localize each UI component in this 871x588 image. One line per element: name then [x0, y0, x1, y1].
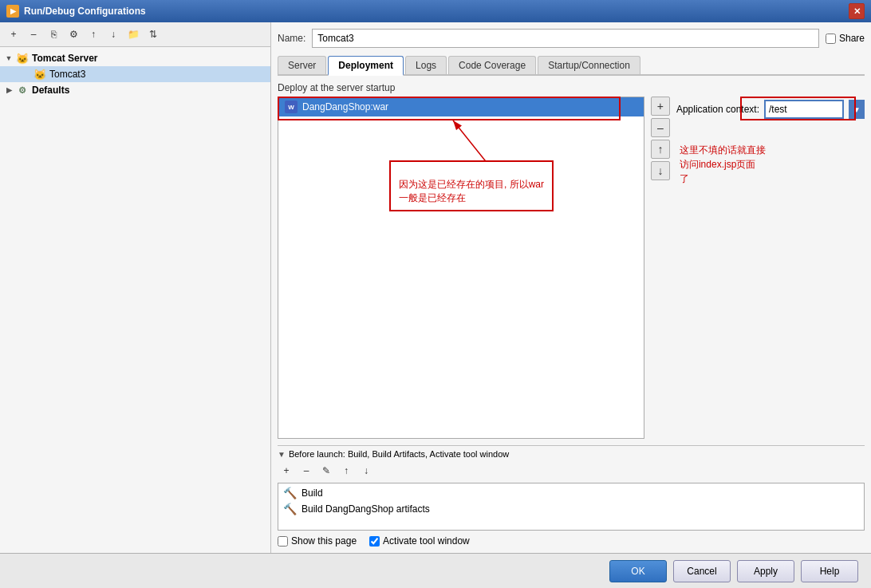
name-row: Name: Share	[278, 29, 865, 48]
build-icon: 🔨	[283, 487, 297, 499]
title-bar: ▶ Run/Debug Configurations ✕	[0, 0, 871, 22]
sort-button[interactable]: ⇅	[144, 26, 162, 43]
help-button[interactable]: Help	[801, 560, 858, 582]
tree-item-tomcat3[interactable]: 🐱 Tomcat3	[0, 66, 270, 82]
tab-server[interactable]: Server	[278, 56, 326, 74]
before-launch-up[interactable]: ↑	[337, 462, 355, 479]
before-launch-remove[interactable]: –	[298, 462, 315, 479]
activate-tool-row: Activate tool window	[369, 535, 470, 547]
expand-icon: ▼	[5, 54, 13, 62]
tabs-bar: Server Deployment Logs Code Coverage Sta…	[278, 54, 865, 76]
before-launch-item-artifacts: 🔨 Build DangDangShop artifacts	[280, 501, 862, 517]
share-checkbox[interactable]	[826, 34, 836, 44]
deploy-up-button[interactable]: ↑	[651, 140, 670, 159]
footer: OK Cancel Apply Help	[0, 553, 871, 588]
app-context-input[interactable]	[764, 100, 844, 119]
before-launch-list: 🔨 Build 🔨 Build DangDangShop artifacts	[278, 483, 865, 531]
before-launch-section: ▼ Before launch: Build, Build Artifacts,…	[278, 445, 865, 531]
cancel-button[interactable]: Cancel	[673, 560, 731, 582]
right-annotation-content: 这里不填的话就直接 访问index.jsp页面 了	[680, 144, 766, 184]
tab-code-coverage[interactable]: Code Coverage	[448, 56, 536, 74]
tab-logs[interactable]: Logs	[405, 56, 447, 74]
name-input[interactable]	[312, 29, 819, 48]
app-context-row: Application context: ▼	[676, 100, 865, 119]
settings-button[interactable]: ⚙	[65, 26, 82, 43]
before-launch-edit[interactable]: ✎	[317, 462, 335, 479]
right-panel: Name: Share Server Deployment Logs Code …	[271, 22, 871, 553]
deploy-add-button[interactable]: +	[651, 97, 670, 116]
ok-button[interactable]: OK	[609, 560, 667, 582]
deploy-section: Deploy at the server startup W DangDangS…	[278, 82, 865, 547]
remove-config-button[interactable]: –	[25, 26, 42, 43]
show-page-row: Show this page	[278, 535, 357, 547]
deploy-item-label: DangDangShop:war	[302, 101, 388, 112]
before-launch-artifacts-label: Build DangDangShop artifacts	[302, 503, 430, 515]
apply-button[interactable]: Apply	[737, 560, 794, 582]
war-icon: W	[285, 101, 298, 113]
tree-item-label: Defaults	[32, 85, 69, 96]
bottom-options: Show this page Activate tool window	[278, 535, 865, 547]
show-page-label: Show this page	[291, 535, 357, 547]
app-context-section: Application context: ▼ 这里不填的话就直接 访问index…	[676, 97, 865, 439]
show-page-checkbox[interactable]	[278, 536, 288, 547]
left-panel: + – ⎘ ⚙ ↑ ↓ 📁 ⇅ ▼ 🐱 Tomcat Server 🐱 Tomc…	[0, 22, 271, 553]
deploy-remove-button[interactable]: –	[651, 118, 670, 137]
before-launch-toggle[interactable]: ▼	[278, 450, 286, 459]
build-artifacts-icon: 🔨	[283, 503, 297, 515]
move-down-button[interactable]: ↓	[104, 26, 122, 43]
share-label: Share	[839, 33, 865, 44]
tree-item-label: Tomcat3	[49, 69, 85, 80]
before-launch-toolbar: + – ✎ ↑ ↓	[278, 462, 865, 479]
tree-item-defaults[interactable]: ▶ ⚙ Defaults	[0, 82, 270, 98]
activate-tool-checkbox[interactable]	[369, 536, 380, 547]
deploy-down-button[interactable]: ↓	[651, 161, 670, 180]
app-icon: ▶	[6, 5, 19, 18]
before-launch-down[interactable]: ↓	[357, 462, 375, 479]
tree-view: ▼ 🐱 Tomcat Server 🐱 Tomcat3 ▶ ⚙ Defaults	[0, 47, 270, 553]
folder-button[interactable]: 📁	[124, 26, 142, 43]
deploy-list-container: W DangDangShop:war	[278, 97, 644, 439]
expand-icon: ▶	[5, 86, 13, 94]
right-annotation-text: 这里不填的话就直接 访问index.jsp页面 了	[676, 143, 865, 186]
add-config-button[interactable]: +	[5, 26, 22, 43]
deploy-list-item[interactable]: W DangDangShop:war	[278, 97, 644, 116]
before-launch-label: Before launch: Build, Build Artifacts, A…	[289, 449, 509, 459]
name-label: Name:	[278, 33, 305, 44]
share-row: Share	[826, 33, 865, 44]
move-up-button[interactable]: ↑	[85, 26, 102, 43]
tab-deployment[interactable]: Deployment	[328, 56, 404, 76]
deploy-main: W DangDangShop:war	[278, 97, 865, 439]
tree-item-label: Tomcat Server	[32, 53, 97, 64]
main-container: + – ⎘ ⚙ ↑ ↓ 📁 ⇅ ▼ 🐱 Tomcat Server 🐱 Tomc…	[0, 22, 871, 553]
defaults-icon: ⚙	[16, 84, 29, 97]
before-launch-item-build: 🔨 Build	[280, 485, 862, 501]
window-title: Run/Debug Configurations	[24, 6, 146, 17]
copy-config-button[interactable]: ⎘	[45, 26, 62, 43]
before-launch-item-label: Build	[302, 487, 323, 499]
before-launch-header: ▼ Before launch: Build, Build Artifacts,…	[278, 449, 865, 459]
before-launch-add[interactable]: +	[278, 462, 295, 479]
app-context-dropdown[interactable]: ▼	[849, 100, 865, 119]
tab-startup-connection[interactable]: Startup/Connection	[538, 56, 640, 74]
close-button[interactable]: ✕	[849, 3, 865, 19]
deploy-side-buttons: + – ↑ ↓	[651, 97, 670, 439]
deploy-section-label: Deploy at the server startup	[278, 82, 865, 93]
tomcat-server-icon: 🐱	[16, 52, 29, 65]
left-toolbar: + – ⎘ ⚙ ↑ ↓ 📁 ⇅	[0, 22, 270, 47]
activate-tool-label: Activate tool window	[383, 535, 470, 547]
app-context-label: Application context:	[676, 104, 759, 115]
tree-item-tomcat-server[interactable]: ▼ 🐱 Tomcat Server	[0, 50, 270, 66]
tomcat3-icon: 🐱	[34, 68, 46, 81]
deploy-list: W DangDangShop:war	[278, 97, 644, 439]
